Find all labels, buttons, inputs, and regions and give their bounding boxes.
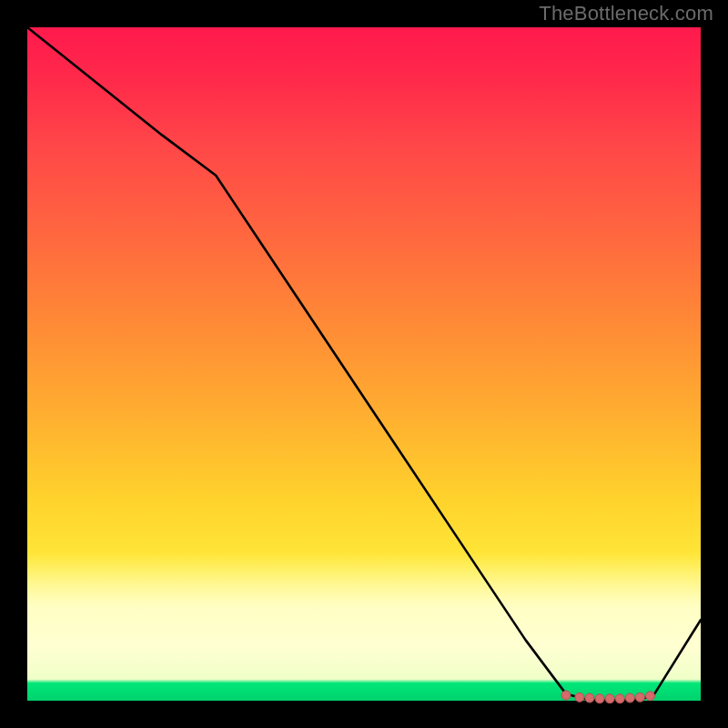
- marker-dot: [615, 694, 624, 703]
- marker-dot: [635, 693, 644, 702]
- marker-dot: [561, 691, 571, 700]
- chart-frame: TheBottleneck.com: [0, 0, 728, 728]
- attribution-text: TheBottleneck.com: [539, 2, 713, 25]
- chart-svg: [27, 27, 701, 701]
- marker-dot: [605, 694, 614, 703]
- bottleneck-curve: [27, 27, 701, 700]
- marker-dot: [585, 693, 594, 703]
- marker-dot: [625, 693, 634, 703]
- plot-area: [27, 27, 701, 701]
- marker-group: [561, 691, 655, 703]
- marker-dot: [575, 693, 584, 702]
- marker-dot: [646, 692, 655, 701]
- marker-dot: [595, 694, 604, 703]
